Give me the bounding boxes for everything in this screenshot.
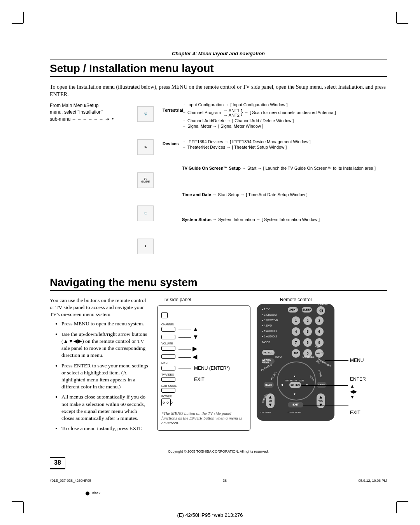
signal-meter: Signal Meter: [187, 124, 212, 128]
diagram-caption-line2: menu, select "Installation": [50, 109, 103, 115]
footer-file-id: #01E_037-038_4250HP95: [50, 479, 91, 483]
signal-meter-win: [ Signal Meter Window ]: [218, 124, 263, 128]
tv-menu-enter: MENU (ENTER*): [194, 365, 230, 371]
ant2: ANT2: [229, 113, 240, 118]
nav-bullet-5: To close a menu instantly, press EXIT.: [61, 425, 151, 432]
num-1[interactable]: 1: [292, 316, 300, 325]
annot-enter: ENTER: [350, 376, 366, 382]
tv-label-menu: MENU: [161, 362, 246, 365]
theaternet-win: [ TheaterNet Setup Window ]: [232, 145, 287, 149]
bottom-caption: (E) 42/50HP95 *web 213:276: [0, 512, 420, 518]
terrestrial-channel-program: Channel Program: [187, 110, 221, 115]
tvguide-start: Start: [247, 166, 256, 170]
channel-add-delete-win: [ Channel Add / Delete Window ]: [232, 118, 294, 123]
sleep-button[interactable]: SLEEP: [302, 307, 312, 313]
input-button[interactable]: INPUT: [315, 349, 324, 358]
diagram-caption-line3: sub-menu – – – – – – ➜ •: [50, 116, 114, 122]
nav-bullet-4: All menus close automatically if you do …: [61, 393, 151, 422]
timedate-start: Start Setup: [218, 192, 239, 197]
diagram-icon-terrestrial: 📡: [137, 106, 154, 122]
enter-button[interactable]: ENTER: [289, 382, 301, 388]
diagram-label-devices: Devices: [163, 141, 179, 146]
power-label: POWER: [318, 302, 328, 305]
terrestrial-input-config-win: [ Input Configuration Window ]: [230, 102, 287, 107]
footer-page-small: 38: [223, 479, 227, 483]
num-3[interactable]: 3: [315, 316, 324, 325]
footer-black: Black: [92, 491, 100, 495]
section-title-setup: Setup / Installation menu layout: [50, 62, 387, 75]
mode-vcr: 3:VCR/PVR: [264, 319, 278, 321]
theaternet-pic-label: THEATERNET PIC: [316, 358, 334, 371]
mode-aud2: 6:AUDIO 2: [264, 335, 277, 338]
diagram-icon-tvguide: TVGUIDE: [137, 172, 154, 188]
annot-menu: MENU: [350, 358, 364, 363]
picsize-button[interactable]: PIC SIZE: [262, 350, 275, 355]
systemstatus-info: System Information: [218, 217, 255, 222]
mode-btn: MODE: [262, 341, 270, 344]
vol-rocker[interactable]: ▲VOL▼: [317, 393, 325, 408]
chapter-title: Chapter 4: Menu layout and navigation: [50, 51, 387, 56]
timedate-win: [ Time And Date Setup Window ]: [246, 192, 307, 197]
nav-intro: You can use the buttons on the remote co…: [50, 297, 151, 318]
num-6[interactable]: 6: [315, 327, 324, 336]
tv-exit: EXIT: [194, 377, 205, 382]
tv-side-panel: TV side panel CHANNEL —— ▲ —— ▼ VOLUME —…: [157, 297, 250, 435]
diagram-label-terrestrial: Terrestrial: [163, 108, 183, 112]
setup-intro: To open the Installation menu (illustrat…: [50, 84, 387, 98]
scan-antenna: [ Scan for new channels on desired Anten…: [250, 110, 336, 115]
diagram-caption-line1: From Main Menu/Setup: [50, 103, 98, 108]
tvguide-label: TV GUIDE: [260, 363, 272, 372]
nav-bullet-1: Press MENU to open the menu system.: [61, 320, 151, 327]
next-button[interactable]: NEXT: [317, 382, 327, 388]
back-button[interactable]: BACK: [264, 382, 274, 388]
tv-label-power: POWER: [161, 395, 246, 398]
num-5[interactable]: 5: [303, 327, 312, 336]
nav-bullet-2: Use the up/down/left/right arrow buttons…: [61, 331, 151, 359]
timedate: Time and Date: [182, 192, 211, 197]
info-label: INFO: [275, 355, 282, 358]
systemstatus: System Status: [182, 217, 212, 222]
section-title-nav: Navigating the menu system: [50, 276, 387, 289]
remote-panel: Remote control • 1:TV • 2:CBL/SAT • 3:VC…: [257, 297, 387, 435]
ieee1394: IEEE1394 Devices: [187, 139, 223, 144]
btn-100[interactable]: 100: [292, 349, 300, 358]
systemstatus-win: [ System Information Window ]: [262, 217, 320, 222]
copyright: Copyright © 2005 TOSHIBA CORPORATION. Al…: [50, 449, 387, 453]
tvguide-win: [ Launch the TV Guide On Screen™ to its …: [263, 166, 376, 170]
diagram-icon-timedate: 🕓: [137, 205, 154, 221]
channel-add-delete: Channel Add/Delete: [187, 118, 226, 123]
ieee1394-win: [ IEEE1394 Device Management Window ]: [230, 139, 311, 144]
exit-button[interactable]: EXIT: [288, 402, 303, 407]
plus10: +10: [315, 345, 320, 348]
num-4[interactable]: 4: [292, 327, 300, 336]
page-number: 38: [50, 457, 65, 469]
ant1: ANT1: [229, 108, 240, 113]
tv-label-tvvideo: TV/VIDEO: [161, 373, 246, 376]
terrestrial-input-config: Input Configuration: [187, 102, 224, 107]
annot-exit: EXIT: [350, 410, 360, 415]
power-button[interactable]: ⏻: [317, 306, 325, 315]
mode-aud1: 5:AUDIO 1: [264, 330, 277, 332]
diagram-icon-devices: 🔌: [137, 139, 154, 155]
mode-tv: 1:TV: [264, 308, 270, 311]
num-2[interactable]: 2: [303, 316, 312, 325]
action-menu-button[interactable]: ACTION MENU: [262, 358, 275, 364]
menu-diagram: From Main Menu/Setup menu, select "Insta…: [50, 102, 387, 266]
light-button[interactable]: LIGHT: [288, 307, 298, 313]
mode-cbl: 2:CBL/SAT: [264, 313, 277, 316]
theaternet: TheaterNet Devices: [187, 145, 225, 149]
annot-arrows: ▲◀▶▼: [350, 383, 357, 400]
num-7[interactable]: 7: [292, 338, 300, 347]
dvdclear-label: DVD CLEAR: [288, 411, 301, 414]
tv-label-volume: VOLUME: [161, 342, 246, 345]
audio-label: AUDIO: [318, 370, 322, 378]
recall-label: RECALL: [270, 371, 277, 380]
ch-rocker[interactable]: ▲CH▼: [266, 393, 275, 408]
tv-label-channel: CHANNEL: [161, 323, 246, 326]
remote-caption: Remote control: [280, 297, 387, 302]
dvdrtn-label: DVD RTN: [261, 411, 271, 414]
num-8[interactable]: 8: [303, 338, 312, 347]
tvguide-setup: TV Guide On Screen™ Setup: [182, 166, 241, 170]
mode-dvd: 4:DVD: [264, 324, 272, 327]
diagram-icon-systemstatus: ℹ: [137, 239, 154, 254]
